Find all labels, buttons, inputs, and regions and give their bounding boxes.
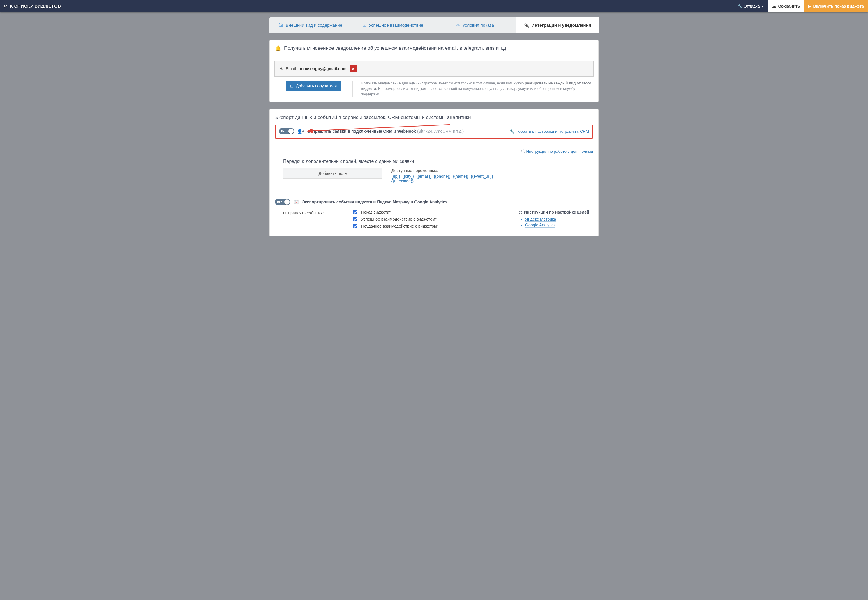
var-list: {{ip}} {{city}} {{email}} {{phone}} {{na… (391, 174, 593, 183)
crm-export-label: Отправлять заявки в подключенные CRM и W… (307, 129, 464, 133)
var-phone[interactable]: {{phone}} (434, 174, 451, 179)
event-label: "Успешное взаимодействие с виджетом" (360, 217, 436, 221)
check-square-icon: ☑ (362, 23, 366, 28)
var-city[interactable]: {{city}} (403, 174, 414, 179)
tab-label: Интеграции и уведомления (532, 23, 591, 28)
analytics-export-label: Экспортировать события виджета в Яндекс … (302, 200, 447, 204)
save-label: Сохранить (778, 4, 800, 8)
add-field-button[interactable]: Добавить поле (283, 168, 382, 179)
goals-instructions: ◎ Инструкции по настройке целей: Яндекс … (519, 210, 593, 229)
send-events-label: Отправлять события: (283, 210, 344, 215)
close-icon: ✕ (351, 67, 355, 71)
info-icon: ⓘ (521, 149, 525, 154)
save-button[interactable]: ☁ Сохранить (768, 0, 804, 12)
event-checkbox[interactable] (353, 224, 357, 229)
instr-link-yandex[interactable]: Яндекс Метрика (525, 217, 556, 222)
reply-arrow-icon: ↩ (3, 3, 8, 8)
tab-conditions[interactable]: ✥ Условия показа (434, 17, 517, 33)
delete-recipient-button[interactable]: ✕ (350, 65, 357, 72)
move-icon: ✥ (456, 23, 460, 28)
crm-export-toggle[interactable]: Вкл (279, 128, 294, 135)
var-ip[interactable]: {{ip}} (391, 174, 400, 179)
toggle-knob (288, 129, 293, 134)
var-message[interactable]: {{message}} (391, 179, 413, 183)
target-icon: ◎ (519, 210, 522, 214)
back-to-widgets-link[interactable]: ↩ К СПИСКУ ВИДЖЕТОВ (3, 3, 61, 9)
email-recipient-row: На Email: maxseoguy@gmail.com ✕ (274, 61, 594, 77)
tab-label: Успешное взаимодействие (368, 23, 423, 28)
instr-title: Инструкции по настройке целей: (524, 210, 590, 214)
tab-success[interactable]: ☑ Успешное взаимодействие (352, 17, 434, 33)
cloud-icon: ☁ (772, 4, 776, 8)
toggle-knob (284, 199, 290, 205)
plug-icon: 🔌 (524, 23, 529, 28)
notify-help-text: Включать уведомление для администратора … (353, 80, 594, 97)
enable-label: Включить показ виджета (813, 4, 864, 8)
toggle-on-label: Вкл (277, 200, 283, 204)
export-title: Экспорт данных и событий в сервисы рассы… (275, 115, 593, 120)
instr-link-google[interactable]: Google Analytics (525, 223, 555, 227)
tab-label: Внешний вид и содержание (286, 23, 342, 28)
export-panel: Экспорт данных и событий в сервисы рассы… (269, 109, 599, 236)
email-value: maxseoguy@gmail.com (300, 66, 347, 71)
add-recipient-label: Добавить получателя (296, 83, 337, 88)
toggle-on-label: Вкл (281, 130, 287, 133)
var-event-url[interactable]: {{event_url}} (471, 174, 493, 179)
play-icon: ▶ (808, 4, 811, 8)
debug-dropdown[interactable]: 🔧 Отладка ▼ (733, 0, 768, 12)
var-email[interactable]: {{email}} (416, 174, 432, 179)
event-checkbox[interactable] (353, 217, 357, 221)
bell-icon: 🔔 (275, 45, 281, 51)
wrench-icon: 🔧 (737, 4, 742, 8)
event-failure[interactable]: "Неудачное взаимодействие с виджетом" (353, 224, 510, 229)
notifications-panel: 🔔 Получать мгновенное уведомление об усп… (269, 40, 599, 102)
tab-appearance[interactable]: 🖼 Внешний вид и содержание (269, 17, 352, 33)
event-show-widget[interactable]: "Показ виджета" (353, 210, 510, 214)
var-name[interactable]: {{name}} (453, 174, 469, 179)
analytics-export-toggle[interactable]: Вкл (275, 199, 290, 205)
notifications-title: Получать мгновенное уведомление об успеш… (284, 45, 506, 51)
crm-export-highlight: Вкл 👤+ Отправлять заявки в подключенные … (275, 124, 593, 138)
image-icon: 🖼 (279, 23, 283, 28)
crm-settings-link[interactable]: Перейти в настройки интеграции с CRM (515, 129, 589, 134)
top-bar: ↩ К СПИСКУ ВИДЖЕТОВ 🔧 Отладка ▼ ☁ Сохран… (0, 0, 868, 12)
tab-bar: 🖼 Внешний вид и содержание ☑ Успешное вз… (269, 17, 599, 33)
user-plus-icon: 👤+ (297, 129, 304, 133)
add-recipient-button[interactable]: ⊞ Добавить получателя (286, 80, 341, 91)
extra-fields-instructions-link[interactable]: Инструкция по работе с доп. полями (526, 149, 593, 154)
tab-label: Условия показа (462, 23, 494, 28)
wrench-icon: 🔧 (509, 129, 514, 133)
enable-widget-button[interactable]: ▶ Включить показ виджета (804, 0, 868, 12)
event-success[interactable]: "Успешное взаимодействие с виджетом" (353, 217, 510, 221)
chart-icon: 📈 (293, 200, 299, 204)
chevron-down-icon: ▼ (761, 5, 764, 8)
event-label: "Показ виджета" (360, 210, 391, 214)
event-label: "Неудачное взаимодействие с виджетом" (360, 224, 438, 229)
event-checkbox[interactable] (353, 210, 357, 214)
available-vars-title: Доступные переменные: (391, 168, 593, 173)
plus-square-icon: ⊞ (290, 83, 293, 88)
back-label: К СПИСКУ ВИДЖЕТОВ (10, 3, 61, 8)
debug-label: Отладка (743, 4, 760, 8)
email-prefix: На Email: (279, 66, 297, 71)
tab-integrations[interactable]: 🔌 Интеграции и уведомления (517, 17, 599, 33)
extra-fields-title: Передача дополнительных полей, вместе с … (283, 159, 593, 164)
